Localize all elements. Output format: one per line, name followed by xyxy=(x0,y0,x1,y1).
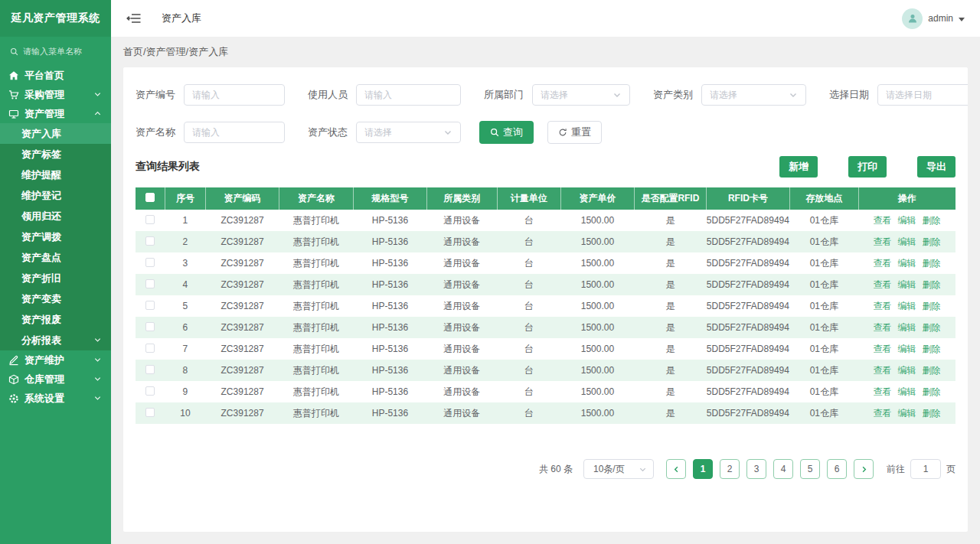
view-link[interactable]: 查看 xyxy=(874,408,892,419)
edit-link[interactable]: 编辑 xyxy=(898,386,916,397)
page-button-6[interactable]: 6 xyxy=(827,459,847,479)
row-actions: 查看编辑删除 xyxy=(858,360,956,381)
asset-category-select[interactable]: 请选择 xyxy=(701,84,806,106)
delete-link[interactable]: 删除 xyxy=(923,386,941,397)
sidebar-item-asset-scrap[interactable]: 资产报废 xyxy=(0,309,111,330)
view-link[interactable]: 查看 xyxy=(874,386,892,397)
edit-link[interactable]: 编辑 xyxy=(898,301,916,311)
table-cell: 9 xyxy=(165,381,206,402)
row-checkbox[interactable] xyxy=(145,215,155,224)
view-link[interactable]: 查看 xyxy=(874,365,892,376)
sidebar-item-asset-mgmt[interactable]: 资产管理 xyxy=(0,104,111,123)
delete-link[interactable]: 删除 xyxy=(923,408,941,419)
table-cell: HP-5136 xyxy=(353,231,426,252)
page-button-3[interactable]: 3 xyxy=(746,459,766,479)
delete-link[interactable]: 删除 xyxy=(923,215,941,226)
collapse-sidebar-button[interactable] xyxy=(126,11,142,25)
print-button[interactable]: 打印 xyxy=(848,156,887,178)
asset-name-input[interactable] xyxy=(184,122,285,143)
table-cell: 是 xyxy=(635,231,706,252)
row-checkbox[interactable] xyxy=(145,279,155,288)
edit-link[interactable]: 编辑 xyxy=(898,215,916,226)
sidebar-item-purchase[interactable]: 采购管理 xyxy=(0,85,111,104)
edit-link[interactable]: 编辑 xyxy=(898,236,916,247)
table-cell: 01仓库 xyxy=(790,252,858,274)
page-button-1[interactable]: 1 xyxy=(693,459,713,479)
next-page-button[interactable] xyxy=(854,459,874,479)
view-link[interactable]: 查看 xyxy=(874,279,892,290)
chevron-down-icon xyxy=(959,18,965,21)
add-button[interactable]: 新增 xyxy=(779,156,818,178)
column-header: 是否配置RFID xyxy=(635,187,706,210)
goto-page-input[interactable] xyxy=(910,459,941,479)
prev-page-button[interactable] xyxy=(666,459,686,479)
table-cell: HP-5136 xyxy=(353,295,426,317)
menu-search-input[interactable]: 请输入菜单名称 xyxy=(0,37,111,66)
row-checkbox[interactable] xyxy=(145,301,155,310)
delete-link[interactable]: 删除 xyxy=(923,365,941,376)
sidebar-item-system-settings[interactable]: 系统设置 xyxy=(0,389,111,408)
edit-link[interactable]: 编辑 xyxy=(898,258,916,269)
edit-link[interactable]: 编辑 xyxy=(898,344,916,354)
row-checkbox[interactable] xyxy=(145,236,155,246)
edit-link[interactable]: 编辑 xyxy=(898,322,916,333)
date-picker[interactable]: 请选择日期 xyxy=(877,84,968,106)
edit-link[interactable]: 编辑 xyxy=(898,279,916,290)
view-link[interactable]: 查看 xyxy=(874,344,892,354)
user-menu[interactable]: admin xyxy=(902,8,965,29)
column-header: 资产编码 xyxy=(205,187,279,210)
chevron-down-icon xyxy=(612,90,622,99)
view-link[interactable]: 查看 xyxy=(874,301,892,311)
search-button[interactable]: 查询 xyxy=(479,121,534,144)
view-link[interactable]: 查看 xyxy=(874,322,892,333)
row-checkbox[interactable] xyxy=(145,258,155,267)
sidebar-item-home[interactable]: 平台首页 xyxy=(0,66,111,85)
sidebar-item-analysis-report[interactable]: 分析报表 xyxy=(0,330,111,350)
asset-code-input[interactable] xyxy=(184,84,285,106)
reset-button[interactable]: 重置 xyxy=(547,121,602,144)
view-link[interactable]: 查看 xyxy=(874,236,892,247)
delete-link[interactable]: 删除 xyxy=(923,322,941,333)
table-cell: HP-5136 xyxy=(353,338,426,360)
sidebar-item-asset-inventory[interactable]: 资产盘点 xyxy=(0,247,111,268)
row-checkbox[interactable] xyxy=(145,322,155,331)
sidebar-item-asset-depreciation[interactable]: 资产折旧 xyxy=(0,268,111,288)
row-checkbox[interactable] xyxy=(145,344,155,353)
delete-link[interactable]: 删除 xyxy=(923,258,941,269)
table-cell: 1500.00 xyxy=(560,252,634,274)
user-person-input[interactable] xyxy=(356,84,461,106)
page-button-5[interactable]: 5 xyxy=(800,459,820,479)
sidebar-item-asset-inbound[interactable]: 资产入库 xyxy=(0,123,111,144)
sidebar-item-asset-transfer[interactable]: 资产调拨 xyxy=(0,226,111,247)
sidebar-item-label: 分析报表 xyxy=(21,334,93,347)
table-cell: ZC391287 xyxy=(205,360,279,381)
sidebar-item-asset-sale[interactable]: 资产变卖 xyxy=(0,288,111,309)
row-checkbox[interactable] xyxy=(145,386,155,396)
delete-link[interactable]: 删除 xyxy=(923,344,941,354)
row-actions: 查看编辑删除 xyxy=(858,338,956,360)
sidebar-item-asset-label[interactable]: 资产标签 xyxy=(0,144,111,165)
row-checkbox[interactable] xyxy=(145,365,155,374)
page-button-4[interactable]: 4 xyxy=(773,459,793,479)
department-select[interactable]: 请选择 xyxy=(532,84,630,106)
delete-link[interactable]: 删除 xyxy=(923,301,941,311)
topbar-active-tab[interactable]: 资产入库 xyxy=(162,11,201,25)
row-checkbox[interactable] xyxy=(145,408,155,417)
page-button-2[interactable]: 2 xyxy=(720,459,740,479)
sidebar-item-asset-maintenance[interactable]: 资产维护 xyxy=(0,350,111,370)
select-all-checkbox[interactable] xyxy=(145,193,155,202)
sidebar-item-maintenance-remind[interactable]: 维护提醒 xyxy=(0,165,111,185)
view-link[interactable]: 查看 xyxy=(874,215,892,226)
delete-link[interactable]: 删除 xyxy=(923,236,941,247)
delete-link[interactable]: 删除 xyxy=(923,279,941,290)
asset-status-select[interactable]: 请选择 xyxy=(356,122,461,143)
table-cell: 惠普打印机 xyxy=(279,381,353,402)
sidebar-item-maintenance-register[interactable]: 维护登记 xyxy=(0,185,111,206)
edit-link[interactable]: 编辑 xyxy=(898,408,916,419)
page-size-select[interactable]: 10条/页 xyxy=(583,459,654,479)
export-button[interactable]: 导出 xyxy=(917,156,956,178)
edit-link[interactable]: 编辑 xyxy=(898,365,916,376)
view-link[interactable]: 查看 xyxy=(874,258,892,269)
sidebar-item-warehouse-mgmt[interactable]: 仓库管理 xyxy=(0,370,111,389)
sidebar-item-borrow-return[interactable]: 领用归还 xyxy=(0,206,111,226)
